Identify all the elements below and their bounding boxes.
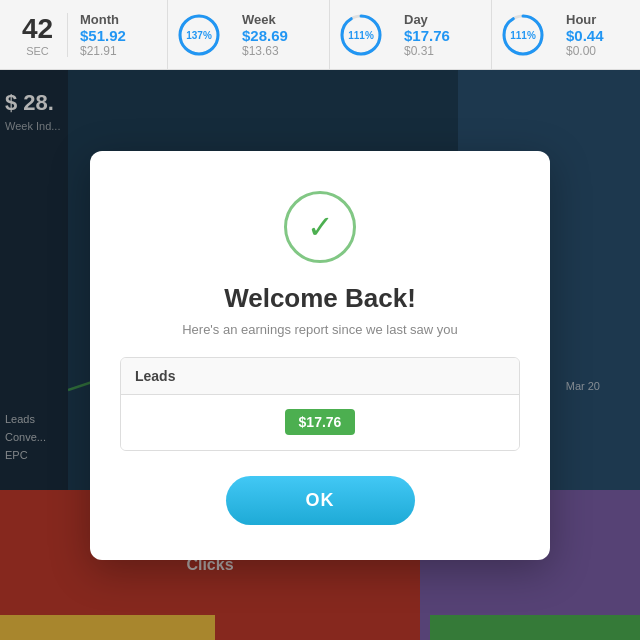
stat-hour: Hour $0.44 $0.00 — [554, 0, 640, 70]
table-header: Leads — [121, 358, 519, 395]
stat-hour-label: Hour — [566, 12, 640, 27]
stat-week-sub: $13.63 — [242, 44, 317, 58]
stat-month-sub: $21.91 — [80, 44, 155, 58]
stat-hour-value: $0.44 — [566, 27, 640, 44]
ok-button[interactable]: OK — [226, 476, 415, 525]
stat-day: Day $17.76 $0.31 — [392, 0, 492, 70]
welcome-modal: ✓ Welcome Back! Here's an earnings repor… — [90, 151, 550, 560]
stat-month: Month $51.92 $21.91 — [68, 0, 168, 70]
stat-week-label: Week — [242, 12, 317, 27]
modal-title-bold: Back! — [345, 283, 416, 313]
dashboard-background: $ 28. Week Ind... Leads Conve... EPC Mar… — [0, 70, 640, 640]
stat-day-label: Day — [404, 12, 479, 27]
check-circle: ✓ — [284, 191, 356, 263]
stat-day-value: $17.76 — [404, 27, 479, 44]
stat-month-circle: 137% — [168, 12, 230, 58]
counter-label: SEC — [26, 45, 49, 57]
stat-day-sub: $0.31 — [404, 44, 479, 58]
stat-month-pct: 137% — [186, 29, 212, 40]
table-body: $17.76 — [121, 395, 519, 450]
stat-month-label: Month — [80, 12, 155, 27]
value-badge: $17.76 — [285, 409, 356, 435]
stat-hour-sub: $0.00 — [566, 44, 640, 58]
stat-week: Week $28.69 $13.63 — [230, 0, 330, 70]
modal-title: Welcome Back! — [224, 283, 416, 314]
stat-week-pct: 111% — [348, 29, 374, 40]
counter-section: 42 SEC — [8, 13, 68, 57]
top-bar: 42 SEC Month $51.92 $21.91 137% Week $28… — [0, 0, 640, 70]
modal-subtitle: Here's an earnings report since we last … — [182, 322, 458, 337]
counter-value: 42 — [22, 13, 53, 45]
modal-overlay: ✓ Welcome Back! Here's an earnings repor… — [0, 70, 640, 640]
stat-day-circle: 111% — [492, 12, 554, 58]
stat-month-value: $51.92 — [80, 27, 155, 44]
stat-week-value: $28.69 — [242, 27, 317, 44]
stat-week-circle: 111% — [330, 12, 392, 58]
check-mark-icon: ✓ — [307, 211, 334, 243]
stat-day-pct: 111% — [510, 29, 536, 40]
modal-table: Leads $17.76 — [120, 357, 520, 451]
modal-title-normal: Welcome — [224, 283, 345, 313]
